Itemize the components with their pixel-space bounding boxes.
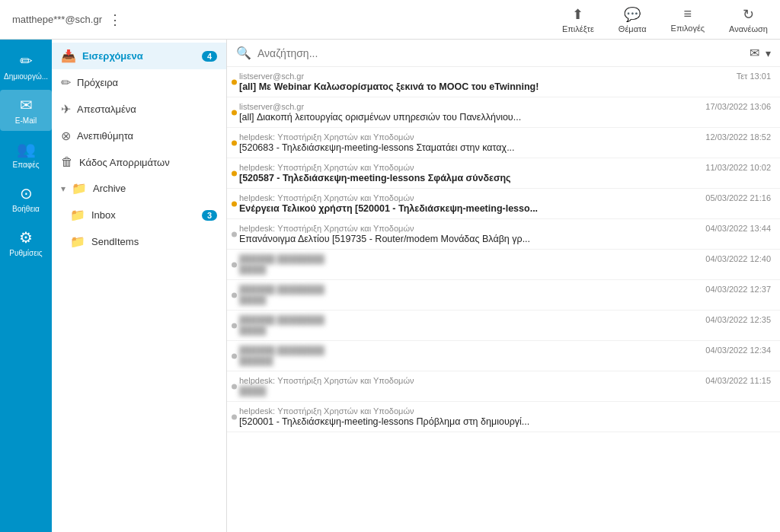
email-dot <box>232 353 237 358</box>
toolbar: matthepe***@sch.gr ⋮ ⬆ Επιλέξτε 💬 Θέματα… <box>0 0 780 40</box>
email-item[interactable]: ██████ ████████04/03/2022 12:37████ <box>227 280 780 311</box>
email-sender: helpdesk: Υποστήριξη Χρηστών και Υποδομώ… <box>239 376 771 385</box>
email-dot <box>232 414 237 419</box>
email-dot <box>232 201 237 206</box>
folder-inbox-sub[interactable]: 📁 Inbox 3 <box>52 202 226 228</box>
sidebar-settings-label: Ρυθμίσεις <box>9 249 42 257</box>
email-time: 04/03/2022 12:35 <box>705 315 771 324</box>
folder-trash[interactable]: 🗑 Κάδος Απορριμάτων <box>52 149 226 175</box>
email-item[interactable]: listserver@sch.gr17/03/2022 13:06[all] Δ… <box>227 97 780 128</box>
email-time: Τετ 13:01 <box>737 72 771 81</box>
folder-sent[interactable]: ✈ Απεσταλμένα <box>52 96 226 123</box>
email-item[interactable]: helpdesk: Υποστήριξη Χρηστών και Υποδομώ… <box>227 219 780 250</box>
email-item[interactable]: helpdesk: Υποστήριξη Χρηστών και Υποδομώ… <box>227 128 780 158</box>
senditems-icon: 📁 <box>70 234 85 249</box>
sender-name: ██████ ████████ <box>239 346 324 355</box>
email-dot <box>232 231 237 237</box>
select-label: Επιλέξτε <box>562 24 594 33</box>
email-subject: ████ <box>239 264 771 275</box>
folder-archive-label: Archive <box>93 183 126 194</box>
options-label: Επιλογές <box>671 24 705 33</box>
email-sender: helpdesk: Υποστήριξη Χρηστών και Υποδομώ… <box>239 163 771 172</box>
email-time: 04/03/2022 12:34 <box>705 346 771 355</box>
archive-icon: 📁 <box>72 181 87 196</box>
email-item[interactable]: helpdesk: Υποστήριξη Χρηστών και Υποδομώ… <box>227 371 780 402</box>
email-item[interactable]: ██████ ████████04/03/2022 12:34█████ <box>227 341 780 371</box>
email-sender: ██████ ████████04/03/2022 12:37 <box>239 285 771 294</box>
email-item[interactable]: helpdesk: Υποστήριξη Χρηστών και Υποδομώ… <box>227 189 780 219</box>
sender-name: listserver@sch.gr <box>239 102 304 111</box>
sender-name: helpdesk: Υποστήριξη Χρηστών και Υποδομώ… <box>239 224 414 233</box>
email-item[interactable]: ██████ ████████04/03/2022 12:40████ <box>227 250 780 280</box>
email-panel: 🔍 ✉ ▾ listserver@sch.grΤετ 13:01[all] Με… <box>227 40 780 532</box>
sender-name: helpdesk: Υποστήριξη Χρηστών και Υποδομώ… <box>239 193 414 202</box>
trash-icon: 🗑 <box>61 155 73 169</box>
email-time: 04/03/2022 13:44 <box>705 224 771 233</box>
email-sender: helpdesk: Υποστήριξη Χρηστών και Υποδομώ… <box>239 406 771 416</box>
folder-junk-label: Ανεπιθύμητα <box>77 130 133 142</box>
folder-senditems[interactable]: 📁 SendItems <box>52 228 226 255</box>
sender-name: listserver@sch.gr <box>239 72 304 81</box>
refresh-icon: ↻ <box>743 6 754 23</box>
email-item[interactable]: ██████ ████████04/03/2022 12:35████ <box>227 311 780 341</box>
search-icon: 🔍 <box>236 46 251 60</box>
search-bar: 🔍 ✉ ▾ <box>227 40 780 67</box>
email-dot <box>232 292 237 298</box>
contacts-icon: 👥 <box>17 140 36 158</box>
inbox-icon: 📥 <box>61 49 76 63</box>
email-sender: listserver@sch.grΤετ 13:01 <box>239 72 771 81</box>
folder-junk[interactable]: ⊗ Ανεπιθύμητα <box>52 123 226 149</box>
sidebar-item-compose[interactable]: ✏ Δημιουργώ... <box>0 46 52 87</box>
email-time: 04/03/2022 12:40 <box>705 254 771 263</box>
email-list: listserver@sch.grΤετ 13:01[all] Με Webin… <box>227 67 780 432</box>
sent-icon: ✈ <box>61 102 71 116</box>
email-time: 12/03/2022 18:52 <box>705 132 771 142</box>
select-action[interactable]: ⬆ Επιλέξτε <box>562 6 594 33</box>
sender-name: ██████ ████████ <box>239 254 324 263</box>
sidebar-item-email[interactable]: ✉ E-Mail <box>0 90 52 131</box>
email-item[interactable]: helpdesk: Υποστήριξη Χρηστών και Υποδομώ… <box>227 402 780 432</box>
folder-inbox[interactable]: 📥 Εισερχόμενα 4 <box>52 43 226 69</box>
inbox-badge: 4 <box>202 51 217 62</box>
refresh-action[interactable]: ↻ Ανανέωση <box>729 6 768 33</box>
email-item[interactable]: helpdesk: Υποστήριξη Χρηστών και Υποδομώ… <box>227 158 780 189</box>
email-dot <box>232 140 237 145</box>
user-email: matthepe***@sch.gr <box>12 14 102 25</box>
compose-icon: ✏ <box>20 52 33 70</box>
search-dropdown-icon[interactable]: ▾ <box>766 47 771 59</box>
sender-name: helpdesk: Υποστήριξη Χρηστών και Υποδομώ… <box>239 406 414 416</box>
filter-mail-icon[interactable]: ✉ <box>750 46 759 60</box>
archive-expand-icon: ▾ <box>61 183 66 194</box>
sidebar: ✏ Δημιουργώ... ✉ E-Mail 👥 Επαφές ⊙ Βοήθε… <box>0 40 52 532</box>
sidebar-item-settings[interactable]: ⚙ Ρυθμίσεις <box>0 222 52 263</box>
folder-archive[interactable]: ▾ 📁 Archive <box>52 175 226 202</box>
folder-inbox-sub-label: Inbox <box>91 209 116 221</box>
email-subject: [520683 - Τηλεδιάσκεψη-meeting-lessons Σ… <box>239 142 771 153</box>
more-options-button[interactable]: ⋮ <box>108 11 122 28</box>
sidebar-contacts-label: Επαφές <box>13 161 40 169</box>
folder-inbox-label: Εισερχόμενα <box>82 50 143 62</box>
settings-icon: ⚙ <box>19 228 33 247</box>
email-sender: helpdesk: Υποστήριξη Χρηστών και Υποδομώ… <box>239 224 771 233</box>
options-action[interactable]: ≡ Επιλογές <box>671 6 705 33</box>
folder-drafts[interactable]: ✏ Πρόχειρα <box>52 69 226 96</box>
email-subject: ████ <box>239 325 771 336</box>
sidebar-item-help[interactable]: ⊙ Βοήθεια <box>0 178 52 219</box>
main-layout: ✏ Δημιουργώ... ✉ E-Mail 👥 Επαφές ⊙ Βοήθε… <box>0 40 780 532</box>
email-icon: ✉ <box>20 96 33 114</box>
email-subject: Επανάνοιγμα Δελτίου [519735 - Router/mod… <box>239 234 771 244</box>
email-dot <box>232 384 237 389</box>
folder-panel: 📥 Εισερχόμενα 4 ✏ Πρόχειρα ✈ Απεσταλμένα… <box>52 40 227 532</box>
themes-action[interactable]: 💬 Θέματα <box>619 6 647 33</box>
email-subject: █████ <box>239 355 771 366</box>
sender-name: helpdesk: Υποστήριξη Χρηστών και Υποδομώ… <box>239 163 414 172</box>
email-time: 04/03/2022 12:37 <box>705 285 771 294</box>
email-item[interactable]: listserver@sch.grΤετ 13:01[all] Με Webin… <box>227 67 780 97</box>
email-sender: ██████ ████████04/03/2022 12:34 <box>239 346 771 355</box>
toolbar-left: matthepe***@sch.gr ⋮ <box>12 11 122 28</box>
search-input[interactable] <box>257 47 743 59</box>
email-subject: Ενέργεια Τελικού χρήστη [520001 - Τηλεδι… <box>239 203 771 214</box>
inbox-sub-icon: 📁 <box>70 208 85 222</box>
sender-name: ██████ ████████ <box>239 285 324 294</box>
sidebar-item-contacts[interactable]: 👥 Επαφές <box>0 134 52 175</box>
